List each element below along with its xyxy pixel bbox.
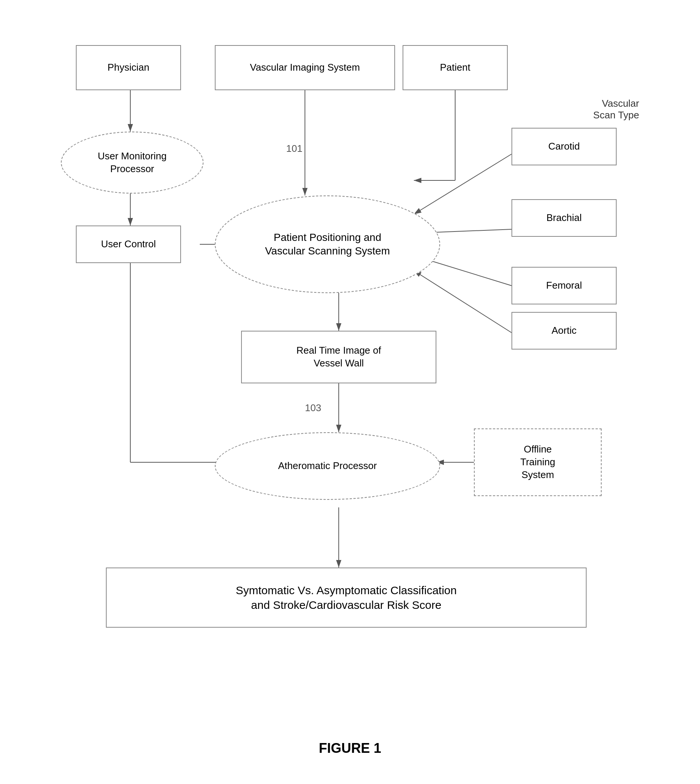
user-monitoring-ellipse: User Monitoring Processor — [61, 132, 203, 194]
user-control-label: User Control — [101, 238, 156, 251]
diagram-container: Physician Vascular Imaging System Patien… — [31, 15, 669, 729]
figure-caption: FIGURE 1 — [319, 741, 381, 756]
vascular-scan-type-label: Vascular Scan Type — [512, 98, 639, 121]
offline-training-box: Offline Training System — [474, 428, 602, 496]
patient-positioning-ellipse: Patient Positioning and Vascular Scannin… — [215, 196, 440, 293]
atheromatic-ellipse: Atheromatic Processor — [215, 432, 440, 500]
brachial-label: Brachial — [547, 212, 582, 224]
real-time-image-label: Real Time Image of Vessel Wall — [296, 344, 381, 370]
patient-box: Patient — [403, 45, 508, 90]
user-control-box: User Control — [76, 226, 181, 263]
svg-line-16 — [414, 271, 512, 333]
atheromatic-label: Atheromatic Processor — [278, 460, 377, 472]
patient-label: Patient — [440, 61, 470, 74]
physician-label: Physician — [107, 61, 149, 74]
femoral-box: Femoral — [512, 267, 617, 304]
brachial-box: Brachial — [512, 199, 617, 237]
patient-positioning-label: Patient Positioning and Vascular Scannin… — [265, 231, 390, 258]
ref-101: 101 — [286, 143, 302, 154]
ref-103: 103 — [305, 402, 321, 414]
carotid-box: Carotid — [512, 128, 617, 165]
physician-box: Physician — [76, 45, 181, 90]
femoral-label: Femoral — [546, 279, 582, 292]
user-monitoring-label: User Monitoring Processor — [98, 150, 167, 176]
svg-line-13 — [414, 154, 512, 214]
aortic-label: Aortic — [552, 324, 577, 337]
real-time-image-box: Real Time Image of Vessel Wall — [241, 331, 437, 383]
classification-box: Symtomatic Vs. Asymptomatic Classificati… — [106, 568, 587, 628]
aortic-box: Aortic — [512, 312, 617, 349]
carotid-label: Carotid — [548, 140, 580, 153]
classification-label: Symtomatic Vs. Asymptomatic Classificati… — [236, 583, 457, 612]
offline-training-label: Offline Training System — [520, 443, 555, 481]
vascular-imaging-label: Vascular Imaging System — [250, 61, 360, 74]
vascular-imaging-box: Vascular Imaging System — [215, 45, 395, 90]
